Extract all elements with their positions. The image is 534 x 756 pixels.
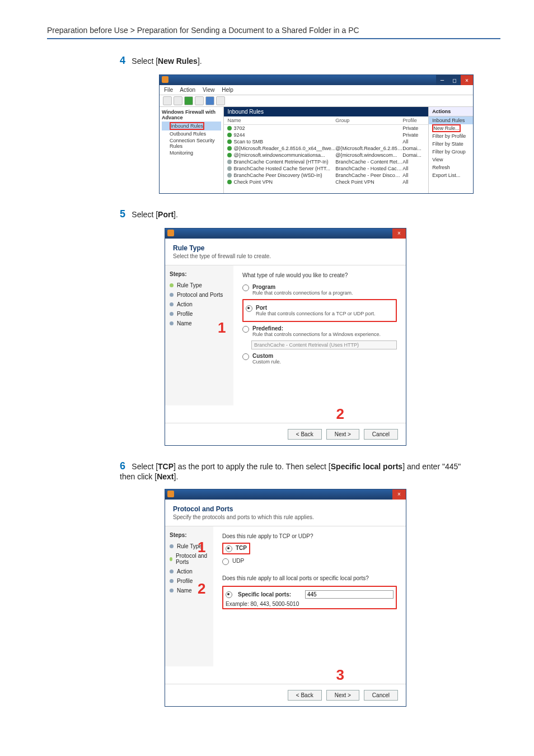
step-bullet-icon [170,579,174,583]
radio-tcp[interactable] [226,545,232,552]
cancel-button[interactable]: Cancel [364,429,398,440]
table-row[interactable]: BranchCache Hosted Cache Server (HTT...B… [224,165,428,172]
table-row[interactable]: 9244Private [224,132,428,138]
col-profile[interactable]: Profile [402,118,425,123]
minimize-button[interactable]: ─ [436,75,448,85]
rule-name: BranchCache Hosted Cache Server (HTT... [233,166,330,171]
close-button[interactable]: × [392,489,406,500]
action-filter-group[interactable]: Filter by Group [429,148,473,156]
rule-name: @{Microsoft.Reader_6.2.8516.0_x64__8we..… [233,146,335,151]
toolbar [160,95,473,107]
tree-outbound[interactable]: Outbound Rules [162,130,221,137]
maximize-button[interactable]: □ [448,75,461,85]
wizard-main: Does this rule apply to TCP or UDP? TCP … [213,526,406,666]
titlebar: × [165,489,406,500]
step-bullet-icon [170,557,172,561]
refresh-icon[interactable] [195,96,204,105]
menu-file[interactable]: File [164,87,173,93]
action-filter-profile[interactable]: Filter by Profile [429,132,473,140]
ports-input[interactable] [305,590,394,599]
cancel-button[interactable]: Cancel [364,690,398,701]
option-desc: Custom rule. [252,359,281,365]
export-icon[interactable] [216,96,225,105]
tree-monitoring[interactable]: Monitoring [162,150,221,156]
status-icon [227,153,232,157]
new-icon[interactable] [184,96,193,105]
t: Next [157,472,174,481]
next-button[interactable]: Next > [326,690,359,701]
table-row[interactable]: Scan to SMBAll [224,138,428,145]
tree-inbound[interactable]: Inbound Rules [162,122,221,130]
rules-panel: Inbound Rules Name Group Profile 3702Pri… [224,107,428,193]
radio-option[interactable] [246,305,252,312]
rule-name: BranchCache Content Retrieval (HTTP-In) [233,159,328,165]
back-button[interactable]: < Back [288,690,322,701]
wizard-step: Protocol and Ports [170,290,229,300]
next-button[interactable]: Next > [326,429,359,440]
callout-1: 1 [218,319,226,337]
action-view[interactable]: View [429,156,473,164]
action-refresh[interactable]: Refresh [429,164,473,171]
step-label: Rule Type [177,282,202,288]
rule-group [335,132,402,138]
wizard-header: Protocol and Ports Specify the protocols… [165,500,406,526]
option-title: Predefined: [252,325,283,332]
back-button[interactable]: < Back [288,429,322,440]
step-text: Select [Port]. [132,210,177,219]
steps-label: Steps: [170,271,229,277]
step-number: 4 [120,55,125,66]
wizard-steps: Steps: Rule TypeProtocol and PortsAction… [165,526,213,666]
radio-option[interactable] [242,284,249,291]
t: ]. [198,57,202,66]
step-bullet-icon [170,544,174,548]
wizard-footer: < Back Next > Cancel [165,684,406,706]
rule-name: BranchCache Peer Discovery (WSD-In) [233,172,322,178]
action-filter-state[interactable]: Filter by State [429,140,473,148]
radio-udp[interactable] [222,558,229,565]
tree-root[interactable]: Windows Firewall with Advance [162,109,221,120]
table-row[interactable]: BranchCache Peer Discovery (WSD-In)Branc… [224,172,428,179]
step-bullet-icon [170,312,174,316]
wizard-protocol-ports: × Protocol and Ports Specify the protoco… [165,489,406,707]
step-4: 4 Select [New Rules]. [120,55,500,67]
col-group[interactable]: Group [335,118,402,123]
action-new-rule[interactable]: New Rule... [429,124,473,132]
table-row[interactable]: Check Point VPNCheck Point VPNAll [224,179,428,185]
radio-option[interactable] [242,353,249,360]
rule-profile: All [402,139,425,144]
predefined-dropdown[interactable]: BranchCache - Content Retrieval (Uses HT… [251,340,397,349]
step-bullet-icon [170,321,174,325]
callout-1: 1 [198,539,205,556]
rule-profile: All [402,159,425,165]
col-headers: Name Group Profile [224,116,428,125]
wizard-subtitle: Select the type of firewall rule to crea… [173,253,398,259]
t: Select [ [132,462,158,471]
table-row[interactable]: 3702Private [224,125,428,132]
close-button[interactable]: × [461,75,473,85]
step-6: 6 Select [TCP] as the port to apply the … [120,460,467,481]
wizard-footer: < Back Next > Cancel [165,423,406,445]
menu-view[interactable]: View [203,87,215,93]
step-label: Protocol and Ports [177,292,223,298]
table-row[interactable]: @{Microsoft.Reader_6.2.8516.0_x64__8we..… [224,145,428,152]
radio-specific-ports[interactable] [226,591,232,598]
t: New Rules [158,57,198,66]
radio-option[interactable] [242,326,249,333]
help-icon[interactable] [205,96,214,105]
close-button[interactable]: × [392,228,406,239]
menu-action[interactable]: Action [180,87,195,93]
tree-connsec[interactable]: Connection Security Rules [162,137,221,150]
table-row[interactable]: @{microsoft.windowscommunicationsa...@{m… [224,152,428,158]
rule-profile: Domai... [402,152,425,158]
wizard-step: Rule Type [170,281,229,290]
wizard-rule-type: × Rule Type Select the type of firewall … [165,228,406,446]
action-export[interactable]: Export List... [429,171,473,179]
rule-group: BranchCache - Hosted Cach... [335,166,402,171]
back-icon[interactable] [163,96,172,105]
menu-help[interactable]: Help [222,87,233,93]
forward-icon[interactable] [174,96,182,105]
status-icon [227,126,232,130]
firewall-window: ─ □ × File Action View Help [159,74,474,194]
col-name[interactable]: Name [227,118,335,123]
table-row[interactable]: BranchCache Content Retrieval (HTTP-In)B… [224,158,428,165]
